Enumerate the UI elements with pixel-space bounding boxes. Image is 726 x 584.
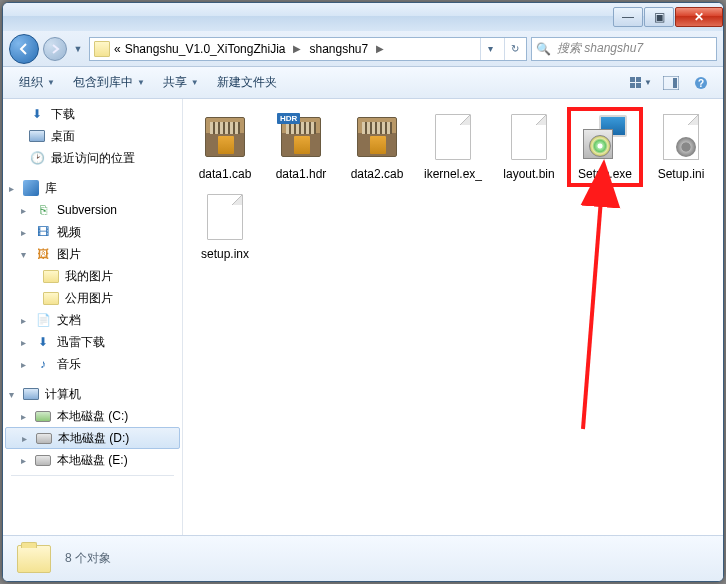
sidebar-item-drive-d[interactable]: ▸ 本地磁盘 (D:): [5, 427, 180, 449]
sidebar-item-documents[interactable]: ▸ 📄 文档: [3, 309, 182, 331]
chevron-right-icon[interactable]: ▶: [372, 43, 388, 54]
breadcrumb-item[interactable]: Shangshu_V1.0_XiTongZhiJia: [125, 42, 286, 56]
statusbar: 8 个对象: [3, 535, 723, 581]
file-item[interactable]: data2.cab: [341, 109, 413, 185]
sidebar-item-label: 视频: [57, 224, 81, 241]
sidebar-item-label: 桌面: [51, 128, 75, 145]
expand-icon[interactable]: ▸: [5, 183, 17, 194]
file-item[interactable]: data1.cab: [189, 109, 261, 185]
folder-icon: [94, 41, 110, 57]
sidebar-item-pictures[interactable]: ▾ 🖼 图片: [3, 243, 182, 265]
nav-forward-button[interactable]: [43, 37, 67, 61]
file-label: Setup.ini: [658, 167, 705, 181]
expand-icon[interactable]: ▸: [17, 411, 29, 422]
minimize-button[interactable]: —: [613, 7, 643, 27]
sidebar-item-label: 下载: [51, 106, 75, 123]
share-label: 共享: [163, 74, 187, 91]
sidebar-item-label: 文档: [57, 312, 81, 329]
file-item[interactable]: Setup.ini: [645, 109, 717, 185]
drive-icon: [35, 452, 51, 468]
sidebar-item-subversion[interactable]: ▸ ⎘ Subversion: [3, 199, 182, 221]
address-bar[interactable]: « Shangshu_V1.0_XiTongZhiJia ▶ shangshu7…: [89, 37, 527, 61]
file-item[interactable]: ikernel.ex_: [417, 109, 489, 185]
expand-icon[interactable]: ▸: [17, 455, 29, 466]
sidebar-item-mypictures[interactable]: 我的图片: [3, 265, 182, 287]
sidebar-item-label: 音乐: [57, 356, 81, 373]
expand-icon[interactable]: ▸: [17, 227, 29, 238]
maximize-button[interactable]: ▣: [644, 7, 674, 27]
sidebar-item-downloads[interactable]: ⬇ 下载: [3, 103, 182, 125]
arrow-left-icon: [17, 42, 31, 56]
expand-icon[interactable]: ▸: [17, 337, 29, 348]
expand-icon[interactable]: ▸: [17, 359, 29, 370]
newfolder-label: 新建文件夹: [217, 74, 277, 91]
file-item[interactable]: setup.inx: [189, 189, 261, 265]
search-input[interactable]: 🔍 搜索 shangshu7: [531, 37, 717, 61]
sidebar-item-label: 计算机: [45, 386, 81, 403]
sidebar-item-drive-c[interactable]: ▸ 本地磁盘 (C:): [3, 405, 182, 427]
expand-icon[interactable]: ▸: [18, 433, 30, 444]
collapse-icon[interactable]: ▾: [17, 249, 29, 260]
collapse-icon[interactable]: ▾: [5, 389, 17, 400]
sidebar-item-publicpictures[interactable]: 公用图片: [3, 287, 182, 309]
file-label: ikernel.ex_: [424, 167, 482, 181]
expand-icon[interactable]: ▸: [17, 315, 29, 326]
help-icon: ?: [694, 76, 708, 90]
sidebar-item-recent[interactable]: 🕑 最近访问的位置: [3, 147, 182, 169]
file-icon: [207, 194, 243, 240]
sidebar-item-drive-e[interactable]: ▸ 本地磁盘 (E:): [3, 449, 182, 471]
library-icon: [23, 180, 39, 196]
view-button[interactable]: ▼: [627, 71, 655, 95]
sidebar-item-computer[interactable]: ▾ 计算机: [3, 383, 182, 405]
settings-file-icon: [663, 114, 699, 160]
titlebar: — ▣ ✕: [3, 3, 723, 31]
share-button[interactable]: 共享 ▼: [155, 70, 207, 95]
sidebar: ⬇ 下载 桌面 🕑 最近访问的位置 ▸ 库 ▸ ⎘ Subversion: [3, 99, 183, 535]
expand-icon[interactable]: ▸: [17, 205, 29, 216]
sidebar-item-label: 本地磁盘 (D:): [58, 430, 129, 447]
file-item[interactable]: Setup.exe: [569, 109, 641, 185]
view-icon: [630, 77, 641, 88]
music-icon: ♪: [35, 356, 51, 372]
toolbar: 组织 ▼ 包含到库中 ▼ 共享 ▼ 新建文件夹 ▼ ?: [3, 67, 723, 99]
search-icon: 🔍: [536, 42, 551, 56]
sidebar-item-xunlei[interactable]: ▸ ⬇ 迅雷下载: [3, 331, 182, 353]
file-item[interactable]: layout.bin: [493, 109, 565, 185]
sidebar-item-libraries[interactable]: ▸ 库: [3, 177, 182, 199]
address-dropdown-button[interactable]: ▾: [480, 38, 500, 60]
sidebar-item-desktop[interactable]: 桌面: [3, 125, 182, 147]
file-label: layout.bin: [503, 167, 554, 181]
close-button[interactable]: ✕: [675, 7, 723, 27]
explorer-window: — ▣ ✕ ▼ « Shangshu_V1.0_XiTongZhiJia ▶ s…: [2, 2, 724, 582]
search-placeholder: 搜索 shangshu7: [557, 40, 643, 57]
file-label: data1.cab: [199, 167, 252, 181]
sidebar-item-label: 我的图片: [65, 268, 113, 285]
sidebar-item-music[interactable]: ▸ ♪ 音乐: [3, 353, 182, 375]
file-label: setup.inx: [201, 247, 249, 261]
file-item[interactable]: HDRdata1.hdr: [265, 109, 337, 185]
nav-history-dropdown[interactable]: ▼: [71, 38, 85, 60]
breadcrumb-item[interactable]: shangshu7: [309, 42, 368, 56]
help-button[interactable]: ?: [687, 71, 715, 95]
include-label: 包含到库中: [73, 74, 133, 91]
include-button[interactable]: 包含到库中 ▼: [65, 70, 153, 95]
chevron-down-icon: ▼: [47, 78, 55, 87]
folder-icon: [17, 545, 51, 573]
chevron-right-icon[interactable]: ▶: [289, 43, 305, 54]
sidebar-item-videos[interactable]: ▸ 🎞 视频: [3, 221, 182, 243]
breadcrumb-overflow[interactable]: «: [114, 42, 121, 56]
video-icon: 🎞: [35, 224, 51, 240]
file-icon: [511, 114, 547, 160]
body: ⬇ 下载 桌面 🕑 最近访问的位置 ▸ 库 ▸ ⎘ Subversion: [3, 99, 723, 535]
hdr-badge: HDR: [277, 113, 300, 124]
organize-button[interactable]: 组织 ▼: [11, 70, 63, 95]
preview-pane-button[interactable]: [657, 71, 685, 95]
sidebar-item-label: 最近访问的位置: [51, 150, 135, 167]
refresh-button[interactable]: ↻: [504, 38, 524, 60]
newfolder-button[interactable]: 新建文件夹: [209, 70, 285, 95]
svg-text:?: ?: [698, 78, 704, 89]
nav-back-button[interactable]: [9, 34, 39, 64]
address-row: ▼ « Shangshu_V1.0_XiTongZhiJia ▶ shangsh…: [3, 31, 723, 67]
file-grid: data1.cabHDRdata1.hdrdata2.cabikernel.ex…: [189, 109, 717, 265]
content-area[interactable]: data1.cabHDRdata1.hdrdata2.cabikernel.ex…: [183, 99, 723, 535]
